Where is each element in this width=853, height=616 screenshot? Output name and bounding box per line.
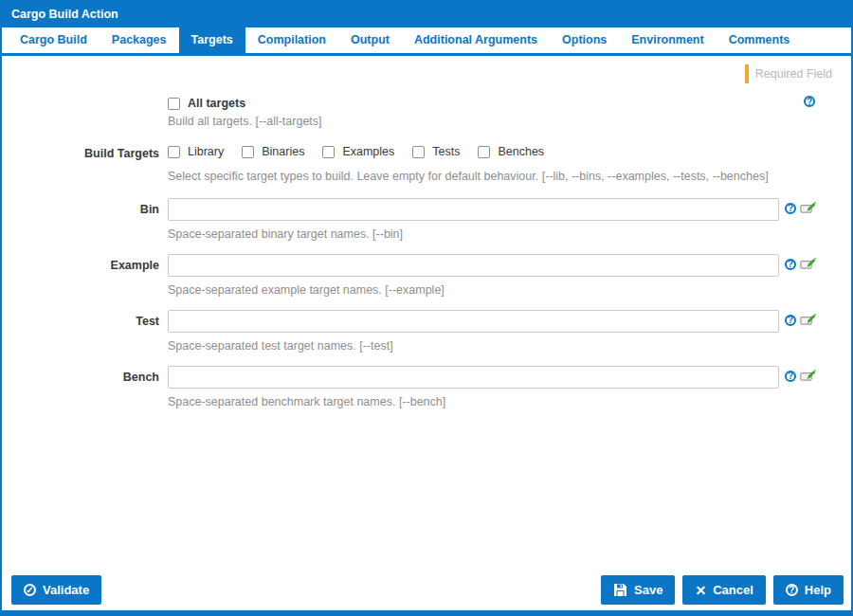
validate-check-icon: ✓ bbox=[24, 584, 36, 596]
test-description: Space-separated test target names. [--te… bbox=[168, 339, 393, 353]
cancel-x-icon: ✕ bbox=[695, 584, 706, 597]
test-label: Test bbox=[2, 315, 159, 328]
test-help-icon[interactable]: ? bbox=[785, 315, 796, 326]
library-label: Library bbox=[188, 145, 224, 158]
build-targets-label: Build Targets bbox=[2, 147, 159, 160]
tab-options[interactable]: Options bbox=[550, 27, 619, 53]
build-targets-option: Tests bbox=[412, 145, 460, 158]
build-targets-option: Library bbox=[168, 145, 224, 158]
save-floppy-icon bbox=[613, 583, 627, 597]
footer-left: ✓ Validate bbox=[11, 575, 101, 605]
bench-description: Space-separated benchmark target names. … bbox=[168, 395, 445, 408]
help-button[interactable]: ? Help bbox=[773, 575, 844, 605]
build-targets-option: Examples bbox=[322, 145, 394, 158]
test-input-icons: ? bbox=[785, 313, 816, 327]
required-field-marker bbox=[745, 64, 749, 83]
test-variable-edit-icon[interactable] bbox=[800, 313, 816, 327]
save-button-label: Save bbox=[634, 583, 662, 597]
tab-packages[interactable]: Packages bbox=[100, 27, 179, 53]
tab-cargo-build[interactable]: Cargo Build bbox=[8, 27, 100, 53]
tab-targets[interactable]: Targets bbox=[179, 27, 245, 53]
library-checkbox[interactable] bbox=[168, 146, 180, 158]
build-targets-option: Binaries bbox=[242, 145, 304, 158]
example-input[interactable] bbox=[168, 254, 779, 277]
bin-help-icon[interactable]: ? bbox=[785, 203, 796, 214]
bin-label: Bin bbox=[2, 203, 159, 216]
cancel-button[interactable]: ✕ Cancel bbox=[682, 575, 765, 605]
tests-label: Tests bbox=[432, 145, 460, 158]
bin-input[interactable] bbox=[168, 198, 779, 221]
required-field-legend: Required Field bbox=[745, 64, 832, 83]
example-label: Example bbox=[2, 259, 159, 272]
dialog-title: Cargo Build Action bbox=[2, 2, 851, 27]
example-input-icons: ? bbox=[785, 257, 816, 271]
validate-button[interactable]: ✓ Validate bbox=[11, 575, 101, 605]
tab-additional-arguments[interactable]: Additional Arguments bbox=[402, 27, 550, 53]
all-targets-row: All targets bbox=[168, 97, 245, 110]
all-targets-description: Build all targets. [--all-targets] bbox=[168, 115, 322, 128]
test-input[interactable] bbox=[168, 310, 779, 333]
validate-button-label: Validate bbox=[43, 583, 89, 597]
bin-input-icons: ? bbox=[785, 201, 816, 215]
save-button[interactable]: Save bbox=[601, 575, 675, 605]
tab-compilation[interactable]: Compilation bbox=[245, 27, 338, 53]
tab-output[interactable]: Output bbox=[338, 27, 402, 53]
benches-checkbox[interactable] bbox=[478, 146, 490, 158]
tab-comments[interactable]: Comments bbox=[717, 27, 803, 53]
build-targets-group: Library Binaries Examples Tests Benches bbox=[168, 145, 544, 158]
footer-right: Save ✕ Cancel ? Help bbox=[601, 575, 844, 605]
task-dialog: Cargo Build Action Cargo Build Packages … bbox=[0, 0, 853, 616]
example-variable-edit-icon[interactable] bbox=[800, 257, 816, 271]
all-targets-label: All targets bbox=[188, 97, 245, 110]
tab-bar: Cargo Build Packages Targets Compilation… bbox=[2, 27, 851, 56]
bench-input-icons: ? bbox=[785, 369, 816, 383]
examples-label: Examples bbox=[342, 145, 394, 158]
bench-label: Bench bbox=[2, 371, 159, 384]
all-targets-checkbox[interactable] bbox=[168, 98, 180, 110]
help-question-icon: ? bbox=[786, 584, 798, 596]
examples-checkbox[interactable] bbox=[322, 146, 335, 158]
cancel-button-label: Cancel bbox=[713, 583, 753, 597]
help-button-label: Help bbox=[805, 583, 831, 597]
bench-help-icon[interactable]: ? bbox=[785, 371, 796, 382]
binaries-label: Binaries bbox=[262, 145, 304, 158]
bench-variable-edit-icon[interactable] bbox=[800, 369, 816, 383]
build-targets-description: Select specific target types to build. L… bbox=[168, 170, 769, 183]
example-description: Space-separated example target names. [-… bbox=[168, 283, 445, 297]
bin-variable-edit-icon[interactable] bbox=[800, 201, 816, 215]
bin-description: Space-separated binary target names. [--… bbox=[168, 227, 403, 241]
tests-checkbox[interactable] bbox=[412, 146, 425, 158]
example-help-icon[interactable]: ? bbox=[785, 259, 796, 270]
binaries-checkbox[interactable] bbox=[242, 146, 254, 158]
tab-environment[interactable]: Environment bbox=[619, 27, 716, 53]
build-targets-option: Benches bbox=[478, 145, 544, 158]
bench-input[interactable] bbox=[168, 366, 779, 389]
all-targets-help-icon[interactable]: ? bbox=[804, 96, 815, 107]
required-field-label: Required Field bbox=[755, 67, 832, 81]
benches-label: Benches bbox=[498, 145, 544, 158]
